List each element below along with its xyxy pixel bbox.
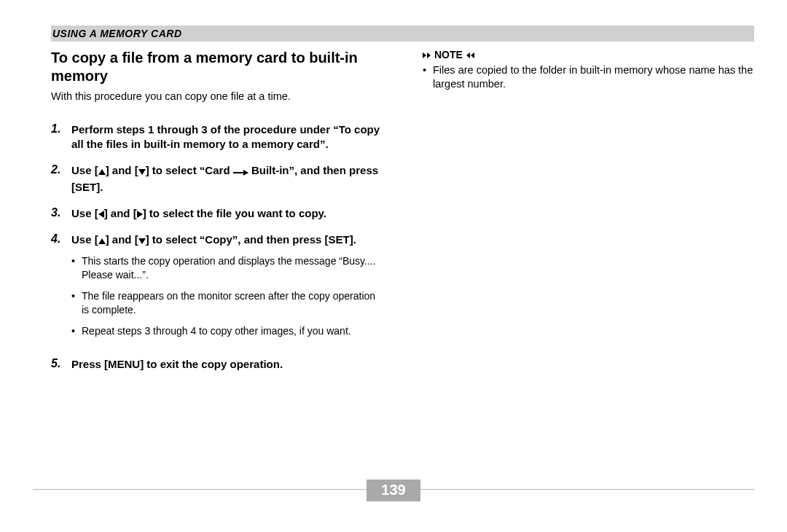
step: 3.Use [] and [] to select the file you w…	[51, 206, 383, 221]
section-header-label: USING A MEMORY CARD	[51, 28, 754, 39]
step-list: 1.Perform steps 1 through 3 of the proce…	[51, 122, 383, 372]
page-footer: 139	[33, 489, 754, 512]
step-text: Use [] and [] to select “Card Built-in”,…	[71, 163, 383, 195]
step-sub-text: Repeat steps 3 through 4 to copy other i…	[82, 324, 351, 338]
arrow-right-icon	[137, 211, 143, 218]
step-text: Use [] and [] to select the file you wan…	[71, 206, 383, 221]
note-deco-left-icon	[466, 52, 470, 58]
step: 2.Use [] and [] to select “Card Built-in…	[51, 163, 383, 195]
step-body: Use [] and [] to select “Copy”, and then…	[71, 232, 383, 345]
step-number: 3.	[51, 206, 71, 221]
note-deco-right-icon	[427, 52, 431, 58]
arrow-right-icon	[233, 165, 248, 179]
step-text: Perform steps 1 through 3 of the procedu…	[71, 122, 383, 152]
note-heading: NOTE	[423, 49, 754, 60]
note-item: •Files are copied to the folder in built…	[423, 63, 754, 91]
step-sub-text: This starts the copy operation and displ…	[82, 254, 383, 282]
step-sub-item: •Repeat steps 3 through 4 to copy other …	[71, 324, 383, 338]
page-number: 139	[367, 480, 420, 501]
intro-text: With this procedure you can copy one fil…	[51, 90, 383, 103]
arrow-left-icon	[98, 211, 104, 218]
note-text: Files are copied to the folder in built-…	[433, 63, 754, 91]
step: 1.Perform steps 1 through 3 of the proce…	[51, 122, 383, 152]
step-body: Use [] and [] to select “Card Built-in”,…	[71, 163, 383, 195]
step-text: Use [] and [] to select “Copy”, and then…	[71, 232, 383, 247]
step-number: 5.	[51, 357, 71, 372]
note-body: •Files are copied to the folder in built…	[423, 63, 754, 91]
step-sub-list: •This starts the copy operation and disp…	[71, 254, 383, 337]
page-title: To copy a file from a memory card to bui…	[51, 49, 383, 85]
step-body: Press [MENU] to exit the copy operation.	[71, 357, 383, 372]
right-column: NOTE •Files are copied to the folder in …	[423, 49, 754, 383]
bullet-icon: •	[71, 289, 82, 317]
arrow-up-icon	[98, 238, 106, 244]
note-deco-left-icon	[471, 52, 474, 58]
step-body: Perform steps 1 through 3 of the procedu…	[71, 122, 383, 152]
step-number: 2.	[51, 163, 71, 195]
arrow-down-icon	[138, 169, 146, 175]
step-sub-text: The file reappears on the monitor screen…	[82, 289, 383, 317]
arrow-up-icon	[98, 169, 106, 175]
step-text: Press [MENU] to exit the copy operation.	[71, 357, 383, 372]
bullet-icon: •	[423, 63, 433, 91]
note-deco-right-icon	[423, 52, 426, 58]
step-sub-item: •The file reappears on the monitor scree…	[71, 289, 383, 317]
step: 5.Press [MENU] to exit the copy operatio…	[51, 357, 383, 372]
left-column: To copy a file from a memory card to bui…	[51, 49, 383, 383]
step-number: 1.	[51, 122, 71, 152]
step-number: 4.	[51, 232, 71, 345]
bullet-icon: •	[71, 254, 82, 282]
step: 4.Use [] and [] to select “Copy”, and th…	[51, 232, 383, 345]
step-body: Use [] and [] to select the file you wan…	[71, 206, 383, 221]
arrow-down-icon	[138, 238, 146, 244]
section-header: USING A MEMORY CARD	[51, 26, 754, 42]
step-sub-item: •This starts the copy operation and disp…	[71, 254, 383, 282]
note-label: NOTE	[434, 49, 463, 60]
bullet-icon: •	[71, 324, 82, 338]
